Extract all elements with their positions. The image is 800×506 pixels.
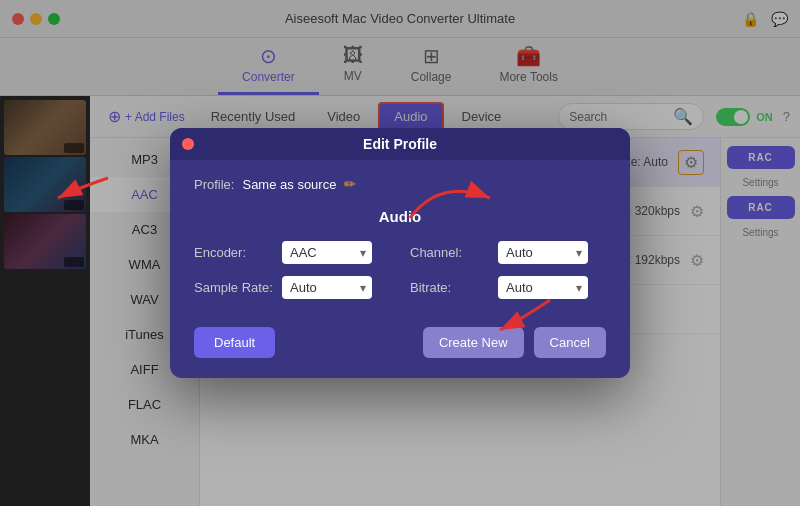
modal-default-button[interactable]: Default <box>194 327 275 358</box>
channel-label: Channel: <box>410 245 490 260</box>
modal-profile-row: Profile: Same as source ✏ <box>194 176 606 192</box>
modal-field-bitrate: Bitrate: Auto 128kbps 192kbps 320kbps <box>410 276 606 299</box>
modal-title: Edit Profile <box>363 136 437 152</box>
modal-action-buttons: Create New Cancel <box>423 327 606 358</box>
encoder-select-wrapper[interactable]: AAC MP3 AC3 <box>282 241 372 264</box>
modal-profile-label: Profile: <box>194 177 234 192</box>
encoder-label: Encoder: <box>194 245 274 260</box>
bitrate-select-wrapper[interactable]: Auto 128kbps 192kbps 320kbps <box>498 276 588 299</box>
sample-rate-select-wrapper[interactable]: Auto 44100 48000 <box>282 276 372 299</box>
modal-overlay[interactable]: Edit Profile Profile: Same as source ✏ A… <box>0 0 800 506</box>
modal-field-sample-rate: Sample Rate: Auto 44100 48000 <box>194 276 390 299</box>
modal-buttons: Default Create New Cancel <box>194 319 606 358</box>
modal-fields-grid: Encoder: AAC MP3 AC3 Channel: Auto <box>194 241 606 299</box>
modal-field-encoder: Encoder: AAC MP3 AC3 <box>194 241 390 264</box>
modal-close-button[interactable] <box>182 138 194 150</box>
modal-cancel-button[interactable]: Cancel <box>534 327 606 358</box>
edit-icon[interactable]: ✏ <box>344 176 356 192</box>
sample-rate-label: Sample Rate: <box>194 280 274 295</box>
channel-select-wrapper[interactable]: Auto Mono Stereo <box>498 241 588 264</box>
channel-select[interactable]: Auto Mono Stereo <box>498 241 588 264</box>
modal-section-title: Audio <box>194 208 606 225</box>
modal-field-channel: Channel: Auto Mono Stereo <box>410 241 606 264</box>
bitrate-label: Bitrate: <box>410 280 490 295</box>
modal-body: Profile: Same as source ✏ Audio Encoder:… <box>170 160 630 378</box>
bitrate-select[interactable]: Auto 128kbps 192kbps 320kbps <box>498 276 588 299</box>
edit-profile-modal: Edit Profile Profile: Same as source ✏ A… <box>170 128 630 378</box>
modal-profile-value: Same as source <box>242 177 336 192</box>
encoder-select[interactable]: AAC MP3 AC3 <box>282 241 372 264</box>
modal-create-new-button[interactable]: Create New <box>423 327 524 358</box>
sample-rate-select[interactable]: Auto 44100 48000 <box>282 276 372 299</box>
modal-titlebar: Edit Profile <box>170 128 630 160</box>
